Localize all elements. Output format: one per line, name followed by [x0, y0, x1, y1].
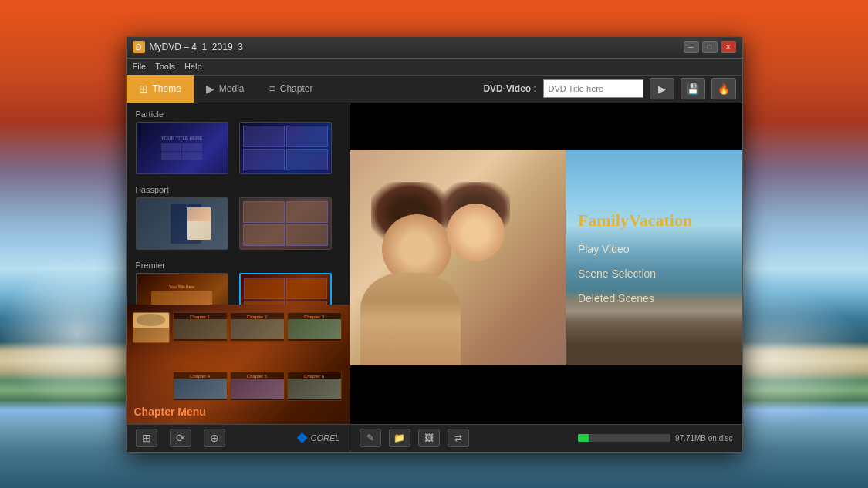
- tab-media-label: Media: [219, 83, 245, 94]
- disc-label: 97.71MB on disc: [675, 434, 733, 443]
- menu-tools[interactable]: Tools: [155, 62, 175, 71]
- corel-logo: COREL: [297, 432, 340, 443]
- folder-button[interactable]: 📁: [389, 429, 410, 447]
- dvd-controls: DVD-Video : ▶ 💾 🔥: [483, 78, 741, 99]
- tab-chapter-label: Chapter: [280, 83, 313, 94]
- dvd-preview: FamilyVacation Play Video Scene Selectio…: [350, 103, 742, 424]
- main-window: D MyDVD – 4_1_2019_3 ─ □ ✕ File Tools He…: [126, 36, 743, 453]
- toolbar: ⊞ Theme ▶ Media ≡ Chapter DVD-Video : ▶ …: [127, 76, 742, 103]
- premier-theme-grid: Your Title Here: [136, 273, 340, 305]
- edit-button[interactable]: ✎: [360, 429, 381, 447]
- menu-item-play[interactable]: Play Video: [578, 243, 730, 255]
- corel-text: COREL: [311, 433, 340, 443]
- menu-file[interactable]: File: [133, 62, 147, 71]
- category-premier: Premier Your Title Here: [127, 257, 350, 305]
- tab-chapter[interactable]: ≡ Chapter: [257, 75, 326, 103]
- burn-button[interactable]: 🔥: [711, 78, 736, 99]
- category-passport-label: Passport: [136, 185, 340, 194]
- import-button[interactable]: ⊞: [136, 429, 157, 447]
- preview-thumb-ch4: Chapter 4: [173, 372, 228, 401]
- particle-theme-grid: YOUR TITLE HERE: [136, 122, 340, 174]
- tab-theme-label: Theme: [153, 83, 181, 94]
- content-area: Particle YOUR TITLE HERE: [127, 103, 742, 452]
- dvd-title-input[interactable]: [543, 79, 643, 98]
- photo-people: [350, 150, 566, 365]
- particle-thumb-1-img: YOUR TITLE HERE: [137, 123, 228, 173]
- window-controls: ─ □ ✕: [684, 41, 736, 53]
- scene-menu-overlay: FamilyVacation Play Video Scene Selectio…: [566, 150, 742, 365]
- tab-media[interactable]: ▶ Media: [194, 75, 257, 103]
- preview-thumbs-row1: Chapter 1 Chapter 2 Chapter 3: [173, 312, 342, 342]
- preview-thumb-ch5: Chapter 5: [230, 372, 285, 401]
- theme-passport-1[interactable]: [136, 197, 228, 250]
- image-button[interactable]: 🖼: [418, 429, 440, 447]
- right-panel: FamilyVacation Play Video Scene Selectio…: [350, 103, 742, 452]
- corel-gem-icon: [297, 432, 308, 443]
- body-silhouette: [360, 273, 461, 365]
- window-title: MyDVD – 4_1_2019_3: [150, 42, 684, 52]
- passport-thumb-2-img: [240, 198, 331, 249]
- disc-meter: 97.71MB on disc: [578, 434, 733, 443]
- preview-chapter-label: Chapter Menu: [134, 406, 206, 418]
- media-icon: ▶: [206, 82, 214, 95]
- disc-bar: [578, 434, 670, 442]
- right-footer: ✎ 📁 🖼 ⇄ 97.71MB on disc: [350, 424, 742, 452]
- scene-photo: [350, 150, 566, 365]
- preview-black-bottom: [350, 365, 742, 412]
- theme-particle-2[interactable]: [239, 122, 332, 174]
- add-button[interactable]: ⊕: [204, 429, 225, 447]
- dvd-label: DVD-Video :: [483, 83, 536, 94]
- theme-passport-2[interactable]: [239, 197, 332, 250]
- title-bar: D MyDVD – 4_1_2019_3 ─ □ ✕: [127, 37, 742, 59]
- minimize-button[interactable]: ─: [684, 41, 699, 53]
- passport-thumb-1-img: [137, 198, 228, 249]
- theme-particle-1[interactable]: YOUR TITLE HERE: [136, 122, 228, 174]
- preview-black-top: [350, 103, 742, 150]
- save-button[interactable]: 💾: [681, 78, 705, 99]
- dvd-menu-title: FamilyVacation: [578, 210, 730, 231]
- menu-help[interactable]: Help: [184, 62, 202, 71]
- theme-premier-1[interactable]: Your Title Here: [136, 273, 228, 305]
- preview-thumb-ch1: Chapter 1: [173, 312, 228, 342]
- maximize-button[interactable]: □: [702, 41, 718, 53]
- swap-button[interactable]: ⇄: [448, 429, 469, 447]
- particle-thumb-2-img: [240, 123, 331, 173]
- chapter-icon: ≡: [269, 82, 275, 95]
- play-button[interactable]: ▶: [650, 78, 674, 99]
- preview-thumb-ch6: Chapter 6: [287, 372, 342, 401]
- preview-thumb-ch2: Chapter 2: [230, 312, 285, 342]
- left-footer: ⊞ ⟳ ⊕ COREL: [127, 424, 350, 452]
- app-icon: D: [133, 41, 145, 53]
- preview-thumb-ch3: Chapter 3: [287, 312, 342, 342]
- themes-list[interactable]: Particle YOUR TITLE HERE: [127, 103, 350, 305]
- vacation-scene: FamilyVacation Play Video Scene Selectio…: [350, 150, 742, 365]
- menu-bar: File Tools Help: [127, 59, 742, 76]
- preview-main-thumb: [133, 312, 170, 343]
- disc-bar-fill: [578, 434, 589, 442]
- category-passport: Passport: [127, 182, 350, 257]
- category-particle-label: Particle: [136, 109, 340, 119]
- close-button[interactable]: ✕: [721, 41, 736, 53]
- category-premier-label: Premier: [136, 261, 340, 270]
- left-preview: Chapter 1 Chapter 2 Chapter 3 Chapter 4: [127, 305, 350, 424]
- premier-thumb-2-img: [241, 274, 330, 305]
- theme-premier-2[interactable]: [239, 273, 332, 305]
- premier-thumb-1-img: Your Title Here: [137, 274, 228, 305]
- refresh-button[interactable]: ⟳: [170, 429, 191, 447]
- theme-icon: ⊞: [139, 82, 148, 95]
- left-panel: Particle YOUR TITLE HERE: [127, 103, 350, 452]
- passport-theme-grid: [136, 197, 340, 250]
- menu-item-deleted-scenes[interactable]: Deleted Scenes: [578, 292, 730, 305]
- menu-item-scene-selection[interactable]: Scene Selection: [578, 268, 730, 280]
- category-particle: Particle YOUR TITLE HERE: [127, 106, 350, 182]
- tab-theme[interactable]: ⊞ Theme: [127, 75, 194, 103]
- preview-thumbs-row2: Chapter 4 Chapter 5 Chapter 6: [173, 372, 342, 401]
